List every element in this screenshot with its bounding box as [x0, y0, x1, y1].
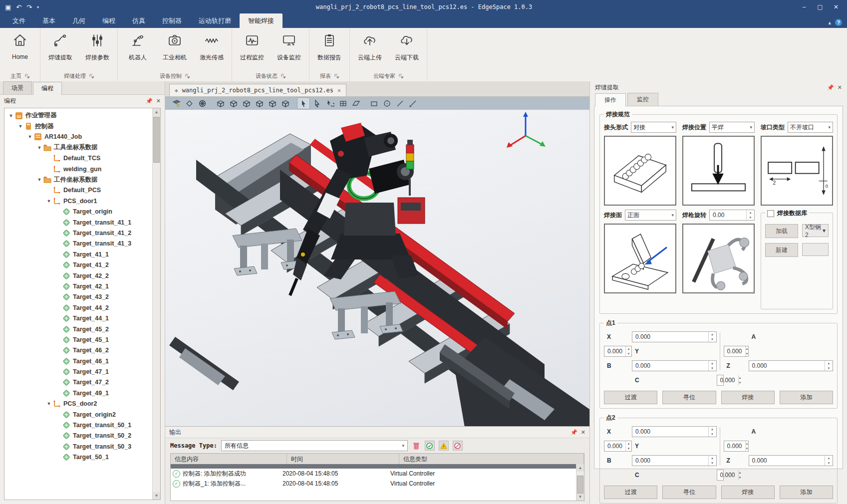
tree-item-Target_49_1[interactable]: Target_49_1: [4, 388, 152, 398]
pin-icon[interactable]: 📌: [827, 84, 834, 91]
coord-input-点1-B[interactable]: 0.000▲▼: [632, 360, 717, 371]
coord-input-点1-X[interactable]: 0.000▲▼: [632, 331, 717, 342]
tree-item-AR1440_Job[interactable]: ▼AR1440_Job: [4, 132, 152, 142]
scroll-up-icon[interactable]: ▲: [153, 108, 160, 116]
close-icon[interactable]: ✕: [581, 429, 585, 436]
tree-item-PCS_door1[interactable]: ▼PCS_door1: [4, 196, 152, 206]
coord-input-点1-Y[interactable]: 0.000▲▼: [724, 346, 749, 357]
menu-tab-基本[interactable]: 基本: [34, 13, 64, 28]
coord-input-点2-C[interactable]: 0.000▲▼: [717, 470, 724, 481]
ribbon-button-激光传感[interactable]: 激光传感: [197, 31, 227, 64]
expander-icon[interactable]: ▼: [17, 124, 24, 129]
viewport-3d[interactable]: [165, 110, 589, 426]
tree-item-Target_transit_41_3[interactable]: Target_transit_41_3: [4, 239, 152, 249]
coord-input-点2-B[interactable]: 0.000▲▼: [632, 455, 717, 466]
new-select[interactable]: [802, 243, 829, 256]
minimize-button[interactable]: –: [797, 2, 811, 12]
weld-extract-tab-操作[interactable]: 操作: [595, 93, 626, 106]
ribbon-button-机器人[interactable]: 机器人: [123, 31, 153, 64]
tree-item-Target_transit_50_2[interactable]: Target_transit_50_2: [4, 431, 152, 441]
tree-item-Default_TCS[interactable]: Default_TCS: [4, 153, 152, 164]
trash-icon[interactable]: [412, 441, 421, 450]
menu-tab-智能焊接[interactable]: 智能焊接: [240, 13, 282, 28]
点1-button-焊接[interactable]: 焊接: [721, 391, 775, 404]
select-rotate-icon[interactable]: [324, 98, 336, 109]
weld-database-checkbox[interactable]: [767, 210, 774, 217]
tree-item-Target_44_1[interactable]: Target_44_1: [4, 313, 152, 323]
redo-icon[interactable]: ↷: [26, 3, 32, 11]
tree-item-作业管理器[interactable]: ▼32作业管理器: [4, 110, 152, 121]
menu-tab-编程[interactable]: 编程: [94, 13, 124, 28]
tree-item-Target_transit_50_3[interactable]: Target_transit_50_3: [4, 441, 152, 452]
weld-position-select[interactable]: 平焊▾: [709, 122, 755, 133]
load-select[interactable]: X型钢2 ▾: [802, 224, 829, 237]
coord-input-点1-C[interactable]: 0.000▲▼: [717, 375, 724, 386]
column-header-时间[interactable]: 时间: [287, 454, 399, 464]
maximize-button[interactable]: ▢: [813, 2, 827, 12]
ribbon-button-Home[interactable]: Home: [5, 31, 35, 62]
tree-item-Target_45_1[interactable]: Target_45_1: [4, 334, 152, 345]
expander-icon[interactable]: ▼: [7, 113, 14, 118]
cube-top-icon[interactable]: [279, 98, 291, 109]
column-header-信息类型[interactable]: 信息类型: [399, 454, 584, 464]
tree-item-控制器[interactable]: ▼控制器: [4, 121, 152, 131]
tree-item-Target_42_2[interactable]: Target_42_2: [4, 270, 152, 281]
collapse-ribbon-icon[interactable]: ▴: [828, 19, 831, 26]
ribbon-button-数据报告[interactable]: 数据报告: [314, 31, 344, 64]
expander-icon[interactable]: ▼: [45, 401, 52, 406]
tree-item-PCS_door2[interactable]: ▼PCS_door2: [4, 399, 152, 409]
joint-type-select[interactable]: 对接▾: [631, 122, 676, 133]
dialog-launcher-icon[interactable]: [25, 74, 29, 78]
table-row-partial[interactable]: [171, 464, 576, 469]
iso-diamond-icon[interactable]: [183, 98, 195, 109]
rect-tool-icon[interactable]: [368, 98, 380, 109]
tree-item-welding_gun[interactable]: welding_gun: [4, 164, 152, 174]
line-tool-2-icon[interactable]: [407, 98, 419, 109]
ribbon-button-焊缝提取[interactable]: 焊缝提取: [45, 31, 75, 64]
pin-icon[interactable]: 📌: [570, 429, 577, 436]
ok-filter-icon[interactable]: [425, 441, 435, 451]
scroll-thumb[interactable]: [153, 117, 160, 163]
点1-button-添加[interactable]: 添加: [780, 391, 833, 404]
tree-item-Target_45_2[interactable]: Target_45_2: [4, 324, 152, 334]
line-tool-icon[interactable]: [394, 98, 406, 109]
cube-solid-icon[interactable]: [214, 98, 226, 109]
tree-item-Target_46_2[interactable]: Target_46_2: [4, 345, 152, 356]
scroll-down-icon[interactable]: ▼: [576, 493, 584, 501]
new-button[interactable]: 新建: [765, 243, 798, 257]
close-icon[interactable]: ✕: [838, 84, 842, 91]
circle-tool-icon[interactable]: [381, 98, 393, 109]
dialog-launcher-icon[interactable]: [334, 74, 339, 78]
wheel-icon[interactable]: [196, 98, 208, 109]
tree-item-工件坐标系数据[interactable]: ▼工件坐标系数据: [4, 174, 152, 185]
undo-icon[interactable]: ↶: [16, 3, 21, 11]
tree-item-Target_42_1[interactable]: Target_42_1: [4, 281, 152, 291]
ribbon-button-云端下载[interactable]: 云端下载: [392, 31, 422, 64]
tree-item-Target_transit_41_2[interactable]: Target_transit_41_2: [4, 228, 152, 238]
warning-filter-icon[interactable]: [439, 441, 449, 451]
dialog-launcher-icon[interactable]: [89, 74, 94, 78]
expander-icon[interactable]: ▼: [36, 145, 43, 150]
dialog-launcher-icon[interactable]: [399, 74, 403, 78]
app-icon[interactable]: ▣: [5, 3, 11, 11]
table-scrollbar[interactable]: ▲ ▼: [576, 464, 584, 501]
scroll-up-icon[interactable]: ▲: [576, 464, 584, 472]
点2-button-添加[interactable]: 添加: [780, 486, 833, 499]
error-filter-icon[interactable]: [453, 441, 463, 451]
tree-item-Target_47_1[interactable]: Target_47_1: [4, 366, 152, 377]
cube-front-icon[interactable]: [240, 98, 252, 109]
expander-icon[interactable]: ▼: [26, 134, 33, 139]
load-button[interactable]: 加载: [765, 224, 798, 238]
close-button[interactable]: ✕: [829, 2, 843, 12]
cube-right-icon[interactable]: [266, 98, 278, 109]
scroll-down-icon[interactable]: ▼: [153, 492, 160, 500]
点2-button-过渡[interactable]: 过渡: [604, 486, 657, 499]
table-row[interactable]: ✓控制器: 添加控制器成功2020-08-04 15:48:05Virtual …: [171, 469, 576, 479]
document-close-icon[interactable]: ✕: [337, 87, 341, 94]
coord-input-点2-A[interactable]: 0.000▲▼: [604, 441, 632, 452]
expander-icon[interactable]: ▼: [36, 177, 43, 182]
ribbon-button-云端上传[interactable]: 云端上传: [355, 31, 385, 64]
menu-tab-文件[interactable]: 文件: [4, 13, 34, 28]
torch-rotation-spinner[interactable]: 0.00 ▲▼: [709, 210, 755, 221]
left-panel-tab-编程[interactable]: 编程: [33, 82, 62, 95]
